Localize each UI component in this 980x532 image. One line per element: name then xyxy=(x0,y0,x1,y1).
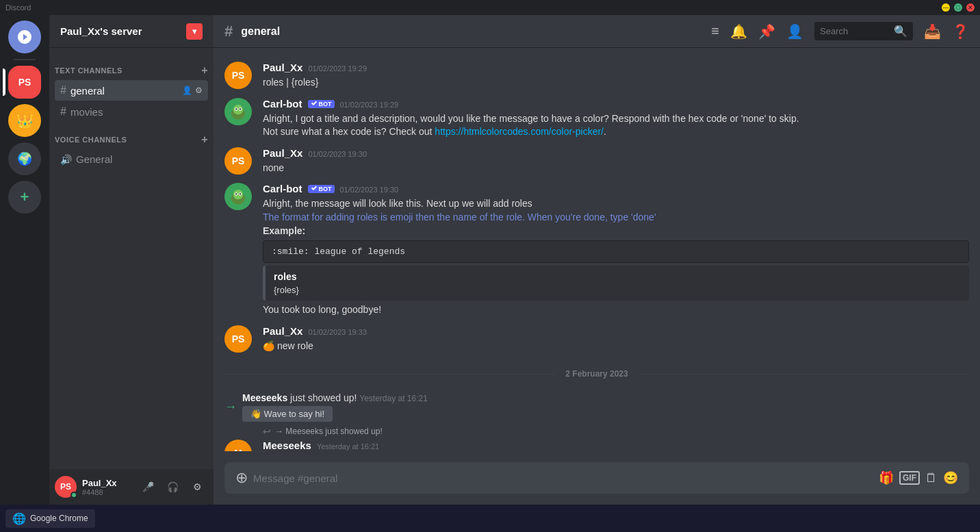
message-timestamp: 01/02/2023 19:29 xyxy=(308,64,367,73)
server-icon-crown[interactable]: 👑 xyxy=(8,104,41,137)
settings-icon[interactable]: ⚙ xyxy=(195,86,203,95)
message-header: Paul_Xx 01/02/2023 19:33 xyxy=(263,325,969,337)
join-actions: 👋 Wave to say hi! xyxy=(242,406,428,422)
input-actions: 🎁 GIF 🗒 😊 xyxy=(879,470,958,485)
join-arrow-icon: → xyxy=(224,400,237,414)
message-timestamp: Yesterday at 16:21 xyxy=(317,442,379,451)
emoji-icon[interactable]: 😊 xyxy=(943,470,958,485)
user-area: PS Paul_Xx #4488 🎤 🎧 ⚙ xyxy=(49,469,214,505)
message-author[interactable]: Paul_Xx xyxy=(263,62,302,73)
channel-list: TEXT CHANNELS + # general 👤 ⚙ # movies xyxy=(49,48,214,469)
message-text: roles | {roles} xyxy=(263,76,969,90)
maximize-button[interactable]: □ xyxy=(954,3,962,12)
taskbar-label: Google Chrome xyxy=(30,514,88,523)
server-divider xyxy=(14,59,36,60)
message-header: Carl-bot BOT 01/02/2023 19:29 xyxy=(263,98,969,110)
message-content: Paul_Xx 01/02/2023 19:33 🍊 new role xyxy=(263,325,969,353)
add-attachment-button[interactable]: ⊕ xyxy=(235,462,248,494)
mic-button[interactable]: 🎤 xyxy=(137,476,159,498)
sticker-icon[interactable]: 🗒 xyxy=(925,471,938,485)
channel-item-voice-general[interactable]: 🔊 General xyxy=(55,149,208,169)
speaker-icon: 🔊 xyxy=(60,154,72,165)
server-icon-explore[interactable]: 🌍 xyxy=(8,142,41,175)
color-picker-link[interactable]: https://htmlcolorcodes.com/color-picker/ xyxy=(435,126,604,137)
message-author[interactable]: Carl-bot xyxy=(263,98,302,110)
threads-icon[interactable]: ≡ xyxy=(711,23,719,39)
message-group: Carl-bot BOT 01/02/2023 19:30 Alright, t… xyxy=(214,180,980,319)
message-author[interactable]: Paul_Xx xyxy=(263,325,302,337)
message-example-label: Example: xyxy=(263,225,969,238)
user-settings-button[interactable]: ⚙ xyxy=(186,476,208,498)
server-dropdown-button[interactable]: ▾ xyxy=(186,23,203,40)
svg-point-11 xyxy=(240,194,241,195)
message-timestamp: 01/02/2023 19:30 xyxy=(308,150,367,158)
channel-name-general: general xyxy=(70,85,105,97)
app-container: Discord — □ ✕ PS 👑 🌍 + Paul_Xx's server … xyxy=(0,0,980,532)
gif-icon[interactable]: GIF xyxy=(899,471,920,485)
message-content: Carl-bot BOT 01/02/2023 19:30 Alright, t… xyxy=(263,183,969,316)
reply-author: → Meeseeks just showed up! xyxy=(275,427,383,436)
server-list: PS 👑 🌍 + xyxy=(0,15,49,505)
chat-input-area: ⊕ 🎁 GIF 🗒 😊 xyxy=(214,451,980,505)
username: Paul_Xx xyxy=(82,478,131,488)
message-content: Paul_Xx 01/02/2023 19:29 roles | {roles} xyxy=(263,62,969,90)
reply-arrow-icon: ↩ xyxy=(263,426,271,437)
bot-badge: BOT xyxy=(308,100,335,108)
server-name: Paul_Xx's server xyxy=(60,25,142,37)
chat-header-actions: ≡ 🔔 📌 👤 🔍 📥 ❓ xyxy=(711,22,969,40)
window-controls: — □ ✕ xyxy=(942,3,975,12)
join-message-content: Meeseeks just showed up! Yesterday at 16… xyxy=(242,392,428,422)
join-text: just showed up! xyxy=(290,392,359,403)
text-channels-category[interactable]: TEXT CHANNELS + xyxy=(49,53,214,79)
help-icon[interactable]: ❓ xyxy=(952,23,969,40)
avatar xyxy=(224,98,252,125)
search-icon: 🔍 xyxy=(894,25,907,38)
search-input[interactable] xyxy=(820,26,888,36)
user-discriminator: #4488 xyxy=(82,488,131,496)
message-author[interactable]: Meeseeks xyxy=(263,440,311,451)
message-timestamp: 01/02/2023 19:30 xyxy=(340,186,399,194)
message-input[interactable] xyxy=(253,465,873,492)
inbox-icon[interactable]: 📥 xyxy=(924,23,941,40)
pin-icon[interactable]: 📌 xyxy=(758,23,775,40)
channel-item-movies[interactable]: # movies xyxy=(55,101,208,122)
message-text-colored: The format for adding roles is emoji the… xyxy=(263,211,969,225)
channel-item-general[interactable]: # general 👤 ⚙ xyxy=(55,80,208,101)
message-author[interactable]: Carl-bot xyxy=(263,183,302,194)
hash-icon: # xyxy=(60,84,66,97)
message-group: PS Paul_Xx 01/02/2023 19:33 🍊 new role xyxy=(214,322,980,356)
message-group: PS Paul_Xx 01/02/2023 19:30 none xyxy=(214,144,980,178)
minimize-button[interactable]: — xyxy=(942,3,950,12)
join-message: → Meeseeks just showed up! Yesterday at … xyxy=(214,390,980,425)
add-server-button[interactable]: + xyxy=(8,181,41,214)
code-block: :smile: league of legends xyxy=(263,240,969,263)
chat-area: # general ≡ 🔔 📌 👤 🔍 📥 ❓ xyxy=(214,15,980,505)
add-text-channel-icon[interactable]: + xyxy=(201,64,208,77)
members-icon[interactable]: 👤 xyxy=(786,23,803,40)
chrome-icon: 🌐 xyxy=(12,512,26,525)
voice-channel-name: General xyxy=(76,153,112,165)
add-voice-channel-icon[interactable]: + xyxy=(201,134,208,146)
notifications-icon[interactable]: 🔔 xyxy=(730,23,747,40)
search-box[interactable]: 🔍 xyxy=(814,22,913,40)
message-author[interactable]: Paul_Xx xyxy=(263,147,302,159)
discord-home-button[interactable] xyxy=(8,21,41,53)
gift-icon[interactable]: 🎁 xyxy=(879,470,894,485)
messages-area: PS Paul_Xx 01/02/2023 19:29 roles | {rol… xyxy=(214,48,980,451)
voice-channels-category[interactable]: VOICE CHANNELS + xyxy=(49,123,214,149)
message-text: Alright, I got a title and a description… xyxy=(263,112,969,126)
server-header[interactable]: Paul_Xx's server ▾ xyxy=(49,15,214,48)
embed-block: roles {roles} xyxy=(263,266,969,301)
user-icon[interactable]: 👤 xyxy=(182,86,192,95)
server-icon-paul[interactable]: PS xyxy=(8,66,41,99)
headset-button[interactable]: 🎧 xyxy=(162,476,183,498)
wave-button[interactable]: 👋 Wave to say hi! xyxy=(242,406,333,422)
svg-point-4 xyxy=(235,108,237,110)
taskbar-item-chrome[interactable]: 🌐 Google Chrome xyxy=(5,509,95,528)
svg-point-1 xyxy=(233,104,243,114)
avatar: M xyxy=(224,440,252,451)
message-content: Carl-bot BOT 01/02/2023 19:29 Alright, I… xyxy=(263,98,969,139)
close-button[interactable]: ✕ xyxy=(966,3,975,12)
date-divider-text: 2 February 2023 xyxy=(565,369,628,379)
avatar: PS xyxy=(224,147,252,175)
